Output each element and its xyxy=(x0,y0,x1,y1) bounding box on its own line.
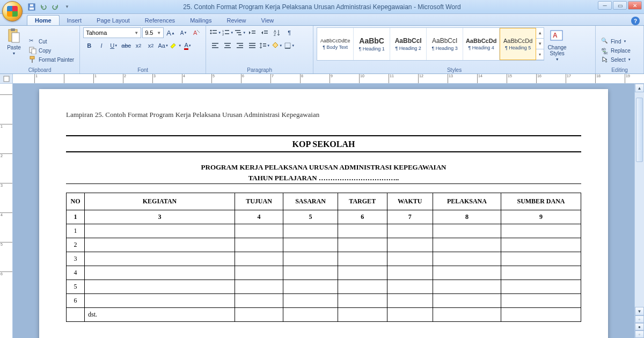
table-cell xyxy=(338,224,387,238)
tab-home[interactable]: Home xyxy=(27,15,60,25)
table-row: 5 xyxy=(67,280,581,294)
select-button[interactable]: Select ▼ xyxy=(599,55,633,64)
find-button[interactable]: 🔍Find ▼ xyxy=(599,37,633,46)
strike-button[interactable]: abc xyxy=(120,40,132,51)
shrink-font-button[interactable]: A▼ xyxy=(178,27,189,38)
align-center-button[interactable] xyxy=(222,40,233,51)
font-color-button[interactable]: A▼ xyxy=(182,40,194,51)
table-cell: 7 xyxy=(387,210,433,224)
page[interactable]: Lampiran 25. Contoh Format Program Kerja… xyxy=(39,89,608,338)
svg-rect-40 xyxy=(263,43,266,45)
styles-more-icon[interactable]: ▾ xyxy=(536,49,544,60)
table-cell xyxy=(338,238,387,252)
group-label-clipboard: Clipboard xyxy=(0,67,79,73)
svg-point-13 xyxy=(210,33,212,34)
cut-button[interactable]: ✂Cut xyxy=(27,37,76,46)
table-cell xyxy=(387,294,433,308)
scroll-track[interactable] xyxy=(635,92,644,307)
bold-button[interactable]: B xyxy=(83,40,95,51)
svg-rect-7 xyxy=(32,49,36,54)
format-painter-button[interactable]: Format Painter xyxy=(27,55,76,64)
table-cell: 4 xyxy=(235,210,283,224)
style-heading-3[interactable]: AaBbCcI¶ Heading 3 xyxy=(427,28,463,60)
undo-icon[interactable] xyxy=(39,2,48,12)
next-page-icon[interactable]: ◦ xyxy=(635,330,644,338)
style-heading-4[interactable]: AaBbCcDd¶ Heading 4 xyxy=(463,28,500,60)
table-cell: 5 xyxy=(67,280,85,294)
line-spacing-button[interactable]: ▼ xyxy=(259,40,270,51)
table-cell xyxy=(283,294,338,308)
sort-button[interactable]: AZ xyxy=(271,27,283,38)
tab-mailings[interactable]: Mailings xyxy=(182,16,219,25)
table-cell: 3 xyxy=(67,252,85,266)
group-label-font: Font xyxy=(80,67,206,73)
minimize-button[interactable]: ─ xyxy=(598,1,612,10)
svg-rect-41 xyxy=(263,46,266,47)
table-cell xyxy=(433,252,501,266)
prev-page-icon[interactable]: ◦ xyxy=(635,315,644,323)
justify-button[interactable] xyxy=(246,40,258,51)
superscript-button[interactable]: x2 xyxy=(145,40,157,51)
replace-button[interactable]: abacReplace xyxy=(599,46,633,55)
increase-indent-button[interactable] xyxy=(259,27,270,38)
change-styles-icon: A xyxy=(550,28,565,43)
table-cell xyxy=(433,238,501,252)
scroll-up-icon[interactable]: ▲ xyxy=(635,84,644,92)
scroll-thumb[interactable] xyxy=(636,98,643,162)
change-case-button[interactable]: Aa▼ xyxy=(157,40,169,51)
decrease-indent-button[interactable] xyxy=(246,27,258,38)
italic-button[interactable]: I xyxy=(96,40,107,51)
font-name-combo[interactable]: Tahoma▼ xyxy=(83,27,141,38)
help-icon[interactable]: ? xyxy=(631,17,640,25)
office-button[interactable] xyxy=(2,1,23,21)
subscript-button[interactable]: x2 xyxy=(133,40,144,51)
multilevel-button[interactable]: ▼ xyxy=(234,27,246,38)
tab-insert[interactable]: Insert xyxy=(60,16,90,25)
table-cell: dst. xyxy=(85,308,235,322)
tab-view[interactable]: View xyxy=(254,16,282,25)
style-heading-5[interactable]: AaBbCcDd¶ Heading 5 xyxy=(500,28,536,60)
th-kegiatan: KEGIATAN xyxy=(85,193,235,210)
table-cell xyxy=(85,294,235,308)
svg-text:ab: ab xyxy=(602,47,606,51)
table-cell xyxy=(338,280,387,294)
table-cell xyxy=(501,224,581,238)
redo-icon[interactable] xyxy=(50,2,60,12)
horizontal-ruler[interactable]: 112345678910111213141516171819 xyxy=(13,74,644,83)
clear-format-button[interactable]: A xyxy=(191,27,202,38)
browse-object-icon[interactable]: ● xyxy=(635,323,644,330)
grow-font-button[interactable]: A▲ xyxy=(165,27,177,38)
close-button[interactable]: ✕ xyxy=(628,1,642,10)
tab-page-layout[interactable]: Page Layout xyxy=(89,16,137,25)
vertical-scrollbar[interactable]: ▲ ▼ ◦ ● ◦ xyxy=(634,84,644,338)
save-icon[interactable] xyxy=(27,2,36,12)
align-right-button[interactable] xyxy=(234,40,246,51)
table-cell xyxy=(283,224,338,238)
show-marks-button[interactable]: ¶ xyxy=(283,27,295,38)
borders-button[interactable]: ▼ xyxy=(283,40,295,51)
shading-button[interactable]: ▼ xyxy=(271,40,283,51)
styles-gallery: AaBbCcDdEe¶ Body Text AaBbC¶ Heading 1 A… xyxy=(317,27,544,61)
font-size-combo[interactable]: 9.5▼ xyxy=(142,27,164,38)
scroll-down-icon[interactable]: ▼ xyxy=(635,307,644,315)
tab-review[interactable]: Review xyxy=(219,16,253,25)
vertical-ruler[interactable]: 123456 xyxy=(0,84,13,338)
table-cell xyxy=(235,238,283,252)
styles-up-icon[interactable]: ▲ xyxy=(536,28,544,39)
maximize-button[interactable]: ▭ xyxy=(613,1,627,10)
bullets-button[interactable]: ▼ xyxy=(209,27,221,38)
document-scroll[interactable]: Lampiran 25. Contoh Format Program Kerja… xyxy=(13,84,634,338)
tab-references[interactable]: References xyxy=(137,16,182,25)
ruler-corner[interactable] xyxy=(0,74,13,83)
align-left-button[interactable] xyxy=(209,40,221,51)
table-cell xyxy=(501,308,581,322)
style-heading-2[interactable]: AaBbCcI¶ Heading 2 xyxy=(390,28,427,60)
highlight-button[interactable]: ▼ xyxy=(170,40,181,51)
copy-button[interactable]: Copy xyxy=(27,46,76,55)
qat-dropdown-icon[interactable]: ▼ xyxy=(62,2,72,12)
style-body-text[interactable]: AaBbCcDdEe¶ Body Text xyxy=(317,28,354,60)
underline-button[interactable]: U▼ xyxy=(108,40,120,51)
style-heading-1[interactable]: AaBbC¶ Heading 1 xyxy=(354,28,390,60)
styles-down-icon[interactable]: ▼ xyxy=(536,39,544,49)
numbering-button[interactable]: 12▼ xyxy=(222,27,233,38)
